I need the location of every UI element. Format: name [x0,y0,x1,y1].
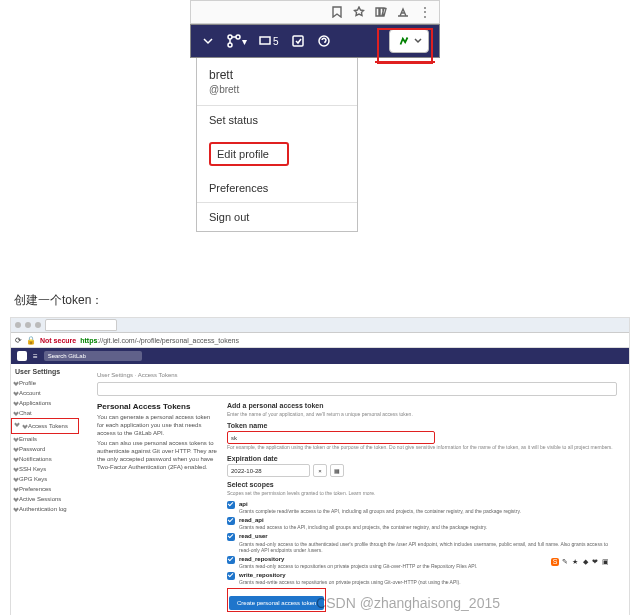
browser-tabbar [11,318,629,333]
gitlab-header: ≡ Search GitLab [11,348,629,364]
user-avatar-button[interactable] [389,29,429,53]
menu-sign-out[interactable]: Sign out [197,203,357,231]
highlight-box: Create personal access token [227,588,326,612]
todos-icon[interactable]: 5 [259,34,279,48]
menu-set-status[interactable]: Set status [197,106,357,134]
top-screenshot: ⋮ ▾ 5 brett @brett Set status Edit profi… [190,0,440,232]
share-icon[interactable]: S [551,558,559,566]
sidebar-item-emails[interactable]: Emails [11,434,83,444]
theme-icon [397,6,409,18]
share-icon[interactable]: ▣ [601,558,609,566]
chevron-down-icon[interactable] [201,34,215,48]
kebab-icon: ⋮ [419,5,431,19]
menu-edit-profile[interactable]: Edit profile [197,134,357,174]
pat-title: Personal Access Tokens [97,402,217,411]
sidebar-item-applications[interactable]: Applications [11,398,83,408]
share-icon[interactable]: ★ [571,558,579,566]
star-icon [353,6,365,18]
section-caption: 创建一个token： [14,292,640,309]
scopes-list: apiGrants complete read/write access to … [227,501,615,585]
search-input[interactable]: Search GitLab [44,351,142,361]
sidebar-item-profile[interactable]: Profile [11,378,83,388]
bottom-screenshot: ⟳ 🔒 Not secure https://git.lel.com/-/pro… [10,317,630,615]
sidebar-item-preferences[interactable]: Preferences [11,484,83,494]
browser-top-icons: ⋮ [190,0,440,24]
main-content: User Settings · Access Tokens Personal A… [83,364,629,615]
url-text: https://git.lel.com/-/profile/personal_a… [80,337,239,344]
checkbox[interactable] [227,517,235,525]
token-name-input[interactable]: sk [227,431,435,444]
user-dropdown: brett @brett Set status Edit profile Pre… [196,58,358,232]
token-name-label: Token name [227,422,615,429]
svg-rect-4 [293,36,303,46]
checkbox[interactable] [227,556,235,564]
breadcrumb: User Settings · Access Tokens [97,372,615,378]
scope-read_user: read_userGrants read-only access to the … [227,533,615,552]
sidebar-item-access-tokens[interactable]: Access Tokens [20,421,78,431]
sidebar-item-password[interactable]: Password [11,444,83,454]
svg-rect-3 [260,37,270,44]
sidebar-item-access-tokens[interactable]: Access Tokens [11,418,79,434]
hamburger-icon[interactable]: ≡ [33,352,38,361]
share-icons: S ✎ ★ ◆ ❤ ▣ [551,558,609,566]
share-icon[interactable]: ✎ [561,558,569,566]
checkbox[interactable] [227,572,235,580]
form-column: Add a personal access token Enter the na… [227,402,615,615]
checkbox[interactable] [227,533,235,541]
bookmark-icon [331,6,343,18]
svg-point-5 [319,36,329,46]
page-search-input[interactable] [97,382,617,396]
watermark: CSDN @zhanghaisong_2015 [316,595,500,611]
sidebar-item-ssh-keys[interactable]: SSH Keys [11,464,83,474]
merge-icon[interactable]: ▾ [227,34,247,48]
svg-point-2 [236,35,240,39]
scope-api: apiGrants complete read/write access to … [227,501,615,514]
clear-icon[interactable]: × [313,464,327,477]
svg-point-0 [228,35,232,39]
issues-icon[interactable] [291,34,305,48]
sidebar-item-authentication-log[interactable]: Authentication log [11,504,83,514]
refresh-icon[interactable]: ⟳ [15,336,22,345]
sidebar-item-account[interactable]: Account [11,388,83,398]
user-handle: @brett [209,84,345,95]
scopes-label: Select scopes [227,481,615,488]
share-icon[interactable]: ❤ [591,558,599,566]
expiration-input[interactable]: 2022-10-28 [227,464,310,477]
chevron-down-icon [414,37,422,45]
scope-read_api: read_apiGrants read access to the API, i… [227,517,615,530]
scope-write_repository: write_repositoryGrants read-write access… [227,572,615,585]
gitlab-navbar: ▾ 5 [190,24,440,58]
checkbox[interactable] [227,501,235,509]
share-icon[interactable]: ◆ [581,558,589,566]
browser-tab[interactable] [45,319,117,331]
settings-sidebar: User Settings ProfileAccountApplications… [11,364,83,615]
description-column: Personal Access Tokens You can generate … [97,402,217,615]
menu-preferences[interactable]: Preferences [197,174,357,202]
user-name: brett [209,68,345,82]
gitlab-logo-icon[interactable] [17,351,27,361]
svg-point-1 [228,43,232,47]
sidebar-item-notifications[interactable]: Notifications [11,454,83,464]
sidebar-item-active-sessions[interactable]: Active Sessions [11,494,83,504]
not-secure-label: Not secure [40,337,76,344]
calendar-icon[interactable]: ▦ [330,464,344,477]
help-icon[interactable] [317,34,331,48]
form-heading: Add a personal access token [227,402,615,409]
sidebar-item-chat[interactable]: Chat [11,408,83,418]
books-icon [375,6,387,18]
browser-urlbar: ⟳ 🔒 Not secure https://git.lel.com/-/pro… [11,333,629,348]
sidebar-heading: User Settings [15,368,83,375]
dropdown-user-header: brett @brett [197,58,357,105]
sidebar-item-gpg-keys[interactable]: GPG Keys [11,474,83,484]
expiration-label: Expiration date [227,455,615,462]
create-token-button[interactable]: Create personal access token [229,596,324,610]
